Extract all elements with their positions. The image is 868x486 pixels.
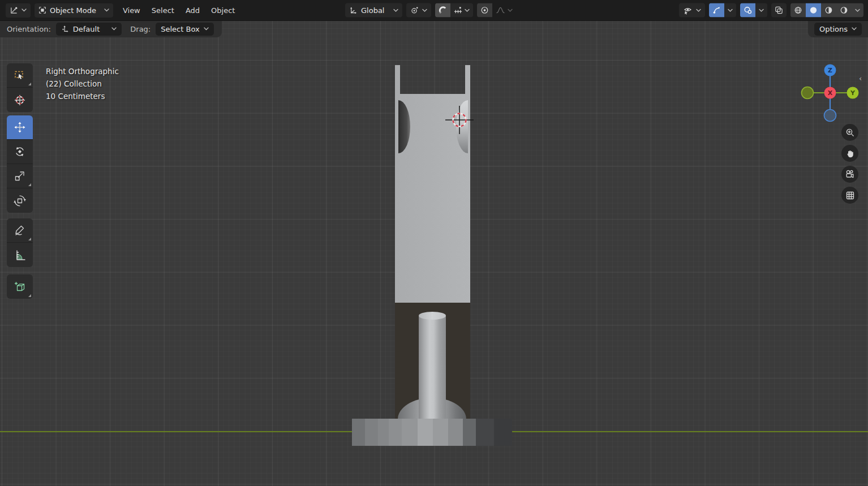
proportional-editing-toggle[interactable] bbox=[477, 3, 492, 18]
gizmo-axis-y[interactable]: Y bbox=[847, 87, 859, 99]
tool-cursor[interactable] bbox=[7, 88, 33, 112]
transform-orientation-dropdown[interactable]: Global bbox=[345, 3, 402, 18]
model-cutout-left bbox=[398, 100, 410, 153]
gizmo-axis-z[interactable]: Z bbox=[824, 64, 836, 76]
model-body bbox=[395, 65, 470, 303]
drag-label: Drag: bbox=[130, 25, 151, 33]
show-overlays-toggle[interactable] bbox=[740, 3, 755, 18]
shading-rendered-button[interactable] bbox=[836, 3, 852, 18]
camera-view-button[interactable] bbox=[841, 166, 858, 183]
viewport-overlay-text: Right Orthographic (22) Collection 10 Ce… bbox=[46, 65, 119, 102]
orientation-dropdown[interactable]: Default bbox=[56, 23, 122, 36]
chevron-down-icon bbox=[422, 8, 427, 12]
xray-icon bbox=[775, 6, 783, 15]
shading-material-button[interactable] bbox=[821, 3, 836, 18]
wireframe-shading-icon bbox=[794, 6, 802, 15]
snap-settings-dropdown[interactable] bbox=[450, 3, 473, 18]
tool-submenu-indicator bbox=[28, 183, 31, 186]
mode-label: Object Mode bbox=[50, 6, 96, 15]
tool-submenu-indicator bbox=[28, 238, 31, 240]
tool-transform[interactable] bbox=[7, 188, 33, 213]
shading-solid-button[interactable] bbox=[806, 3, 821, 18]
gizmo-axis-neg-y[interactable] bbox=[802, 87, 814, 99]
toggle-xray-button[interactable] bbox=[771, 3, 787, 18]
menu-select[interactable]: Select bbox=[146, 0, 180, 20]
options-dropdown[interactable]: Options bbox=[814, 23, 862, 36]
gizmo-axis-neg-z[interactable] bbox=[824, 110, 836, 122]
zoom-button[interactable] bbox=[841, 124, 858, 141]
mode-selector[interactable]: Object Mode bbox=[35, 3, 113, 18]
model-cavity bbox=[395, 303, 470, 419]
menu-object[interactable]: Object bbox=[205, 0, 240, 20]
tool-move[interactable] bbox=[7, 115, 33, 140]
menu-view[interactable]: View bbox=[117, 0, 146, 20]
y-axis-grid-line bbox=[0, 431, 868, 432]
model-pulley bbox=[398, 398, 466, 419]
overlays-settings-dropdown[interactable] bbox=[755, 3, 767, 18]
chevron-down-icon bbox=[22, 8, 27, 12]
magnet-icon bbox=[439, 6, 447, 15]
eye-visibility-icon bbox=[683, 6, 693, 15]
model-base-disk bbox=[352, 419, 512, 446]
magnifier-plus-icon bbox=[845, 128, 855, 137]
object-visibility-dropdown[interactable] bbox=[679, 3, 705, 18]
gizmos-settings-dropdown[interactable] bbox=[724, 3, 736, 18]
menu-add[interactable]: Add bbox=[180, 0, 205, 20]
sidebar-collapse-arrow[interactable]: ‹ bbox=[859, 74, 862, 83]
tool-rotate[interactable] bbox=[7, 140, 33, 164]
object-mode-icon bbox=[38, 6, 46, 14]
shading-settings-dropdown[interactable] bbox=[852, 3, 863, 18]
tool-submenu-indicator bbox=[28, 294, 31, 297]
shading-wireframe-button[interactable] bbox=[790, 3, 806, 18]
svg-text:X: X bbox=[828, 89, 833, 97]
model-shaft bbox=[419, 316, 446, 419]
pan-button[interactable] bbox=[841, 145, 858, 162]
grid-icon bbox=[845, 191, 855, 200]
show-gizmos-toggle[interactable] bbox=[709, 3, 724, 18]
tool-scale[interactable] bbox=[7, 164, 33, 188]
navigation-gizmo[interactable]: Z Y X bbox=[798, 61, 862, 124]
orientation-label: Orientation: bbox=[7, 25, 51, 33]
tool-measure[interactable] bbox=[7, 243, 33, 267]
tool-submenu-indicator bbox=[28, 83, 31, 85]
view-name-label: Right Orthographic bbox=[46, 65, 119, 78]
orthographic-grid-button[interactable] bbox=[841, 187, 858, 204]
material-preview-icon bbox=[824, 6, 833, 15]
options-label: Options bbox=[819, 25, 848, 33]
active-collection-label: (22) Collection bbox=[46, 78, 119, 90]
proportional-falloff-dropdown[interactable] bbox=[492, 3, 516, 18]
toolbar bbox=[7, 63, 33, 299]
tool-add-cube[interactable] bbox=[7, 274, 33, 299]
pivot-point-dropdown[interactable] bbox=[406, 3, 431, 18]
measure-icon bbox=[14, 249, 26, 261]
svg-text:Y: Y bbox=[850, 89, 856, 97]
viewport-header: Object Mode View Select Add Object Globa… bbox=[0, 0, 868, 21]
snap-toggle[interactable] bbox=[435, 3, 450, 18]
3d-viewport-editor-icon bbox=[10, 6, 18, 15]
blender-window: Right Orthographic (22) Collection 10 Ce… bbox=[0, 0, 868, 486]
pivot-point-icon bbox=[410, 6, 419, 15]
chevron-down-icon bbox=[104, 8, 109, 12]
proportional-editing-icon bbox=[480, 6, 489, 15]
drag-dropdown[interactable]: Select Box bbox=[156, 23, 213, 36]
falloff-curve-icon bbox=[496, 6, 505, 15]
tool-annotate[interactable] bbox=[7, 218, 33, 243]
chevron-down-icon bbox=[111, 27, 117, 31]
drag-value: Select Box bbox=[161, 25, 199, 33]
camera-icon bbox=[845, 169, 855, 179]
orientation-default-icon bbox=[61, 25, 69, 33]
chevron-down-icon bbox=[696, 8, 701, 12]
tool-select-box[interactable] bbox=[7, 63, 33, 88]
rendered-shading-icon bbox=[840, 6, 848, 15]
3d-model-mechanical-part[interactable] bbox=[0, 0, 868, 486]
hand-icon bbox=[845, 149, 855, 158]
model-cutout-right bbox=[456, 100, 468, 153]
chevron-down-icon bbox=[759, 8, 764, 12]
scale-icon bbox=[14, 170, 26, 182]
editor-type-selector[interactable] bbox=[6, 3, 31, 18]
3d-viewport[interactable]: Right Orthographic (22) Collection 10 Ce… bbox=[0, 20, 868, 486]
transform-icon bbox=[14, 195, 26, 207]
svg-text:Z: Z bbox=[828, 67, 832, 74]
annotate-pen-icon bbox=[14, 224, 26, 236]
gizmo-axis-x[interactable]: X bbox=[824, 87, 836, 99]
